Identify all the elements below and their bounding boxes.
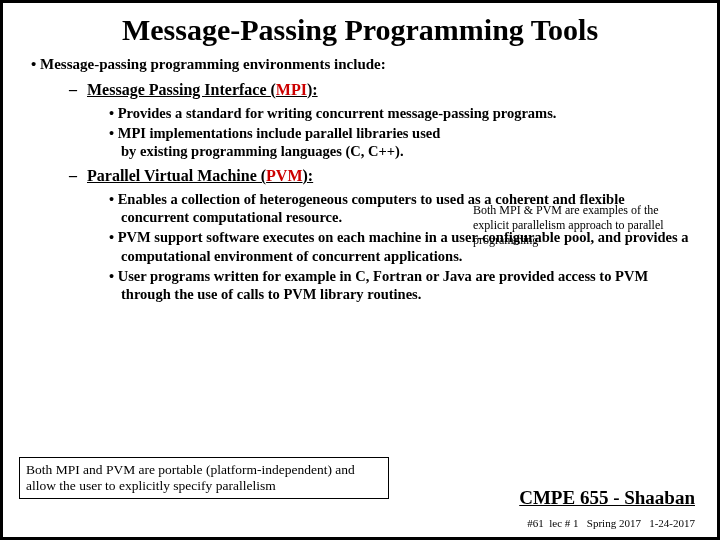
- slide-content: Message-passing programming environments…: [3, 55, 717, 303]
- footer-meta: #61 lec # 1 Spring 2017 1-24-2017: [527, 517, 695, 529]
- aside-note: Both MPI & PVM are examples of the expli…: [473, 203, 695, 248]
- slide-title: Message-Passing Programming Tools: [3, 13, 717, 47]
- dash-icon: –: [69, 81, 77, 98]
- mpi-heading-prefix: Message Passing Interface (: [87, 81, 276, 98]
- pvm-heading-accent: PVM: [266, 167, 302, 184]
- mpi-heading-accent: MPI: [276, 81, 307, 98]
- pvm-heading-prefix: Parallel Virtual Machine (: [87, 167, 266, 184]
- mpi-bullet-1: Provides a standard for writing concurre…: [109, 104, 689, 122]
- pvm-heading: – Parallel Virtual Machine (PVM):: [69, 166, 689, 186]
- footer-brand: CMPE 655 - Shaaban: [519, 487, 695, 509]
- pvm-heading-suffix: ):: [303, 167, 314, 184]
- footer-brand-text: CMPE 655 - Shaaban: [519, 487, 695, 508]
- dash-icon: –: [69, 167, 77, 184]
- intro-bullet: Message-passing programming environments…: [31, 55, 689, 74]
- note-box: Both MPI and PVM are portable (platform-…: [19, 457, 389, 499]
- mpi-heading: – Message Passing Interface (MPI):: [69, 80, 689, 100]
- mpi-heading-suffix: ):: [307, 81, 318, 98]
- pvm-bullet-3: User programs written for example in C, …: [109, 267, 689, 303]
- mpi-bullet-2: MPI implementations include parallel lib…: [109, 124, 689, 160]
